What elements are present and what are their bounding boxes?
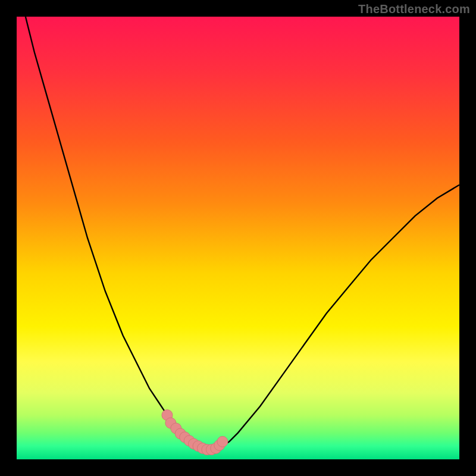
marker-dot (217, 436, 228, 447)
marker-group (162, 410, 228, 455)
plot-area (17, 17, 459, 459)
curve-layer (17, 17, 459, 459)
chart-frame: TheBottleneck.com (0, 0, 476, 476)
watermark-text: TheBottleneck.com (358, 2, 470, 16)
bottleneck-curve (26, 17, 459, 450)
